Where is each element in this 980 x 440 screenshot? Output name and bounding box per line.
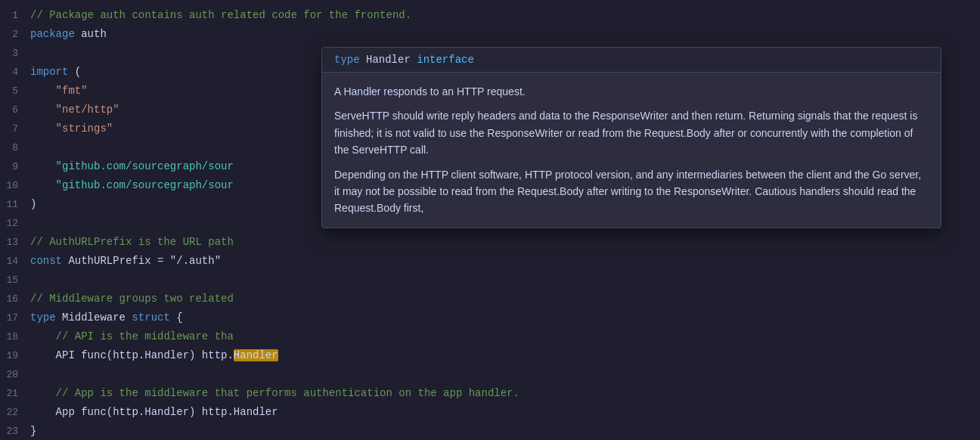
code-line: 22 App func(http.Handler) http.Handler [0, 403, 980, 422]
code-line: 20 [0, 365, 980, 384]
line-number: 17 [0, 309, 30, 327]
line-content: // Middleware groups two related [30, 290, 971, 308]
popup-handler-name: Handler [360, 54, 417, 66]
line-content: App func(http.Handler) http.Handler [30, 403, 971, 421]
line-number: 22 [0, 404, 30, 422]
line-number: 4 [0, 64, 30, 82]
line-number: 9 [0, 158, 30, 176]
line-number: 19 [0, 347, 30, 365]
code-line: 13// AuthURLPrefix is the URL path [0, 233, 980, 252]
line-content: // Package auth contains auth related co… [30, 6, 971, 24]
code-line: 17type Middleware struct { [0, 308, 980, 327]
line-content [30, 271, 971, 289]
hover-popup: type Handler interface A Handler respond… [321, 47, 941, 228]
line-number: 2 [0, 26, 30, 44]
code-line: 18 // API is the middleware tha [0, 327, 980, 346]
code-line: 15 [0, 271, 980, 290]
code-line: 14const AuthURLPrefix = "/.auth" [0, 252, 980, 271]
line-number: 8 [0, 139, 30, 157]
line-number: 11 [0, 196, 30, 214]
line-content: } [30, 422, 971, 440]
code-line: 19 API func(http.Handler) http.Handler [0, 346, 980, 365]
line-number: 18 [0, 328, 30, 346]
popup-interface-keyword: interface [417, 54, 474, 66]
line-content: API func(http.Handler) http.Handler [30, 346, 971, 364]
code-line: 1// Package auth contains auth related c… [0, 6, 980, 25]
code-line: 21 // App is the middleware that perform… [0, 384, 980, 403]
popup-paragraph-1: A Handler responds to an HTTP request. [334, 83, 929, 100]
line-number: 5 [0, 82, 30, 101]
code-line: 16// Middleware groups two related [0, 290, 980, 308]
popup-paragraph-3: Depending on the HTTP client software, H… [334, 166, 929, 217]
line-content: package auth [30, 25, 971, 43]
popup-header: type Handler interface [322, 48, 941, 73]
line-number: 23 [0, 423, 30, 440]
line-number: 10 [0, 177, 30, 195]
code-line: 2package auth [0, 25, 980, 44]
line-number: 12 [0, 215, 30, 233]
line-number: 16 [0, 290, 30, 308]
code-line: 23} [0, 422, 980, 440]
line-content: const AuthURLPrefix = "/.auth" [30, 252, 971, 270]
popup-type-keyword: type [334, 54, 360, 66]
popup-paragraph-2: ServeHTTP should write reply headers and… [334, 107, 929, 158]
line-content: type Middleware struct { [30, 308, 971, 327]
line-number: 14 [0, 253, 30, 271]
line-number: 3 [0, 45, 30, 63]
line-content: // App is the middleware that performs a… [30, 384, 971, 402]
code-editor: 1// Package auth contains auth related c… [0, 0, 980, 440]
line-content: // API is the middleware tha [30, 327, 971, 345]
line-number: 20 [0, 366, 30, 384]
line-number: 1 [0, 7, 30, 25]
line-content: // AuthURLPrefix is the URL path [30, 233, 971, 251]
line-number: 6 [0, 101, 30, 119]
line-number: 13 [0, 234, 30, 252]
line-content [30, 365, 971, 383]
line-number: 15 [0, 271, 30, 290]
line-number: 21 [0, 385, 30, 403]
line-number: 7 [0, 120, 30, 138]
popup-body: A Handler responds to an HTTP request. S… [322, 73, 941, 228]
